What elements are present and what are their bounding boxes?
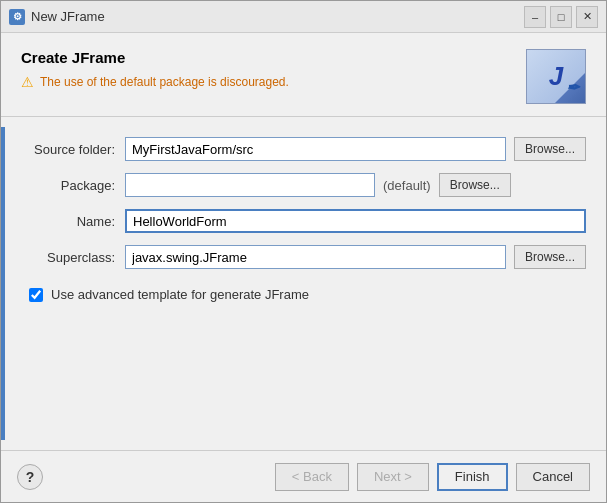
dialog-window: ⚙ New JFrame – □ ✕ Create JFrame ⚠ The u… [0,0,607,503]
window-title: New JFrame [31,9,105,24]
title-bar-left: ⚙ New JFrame [9,9,105,25]
superclass-input-group: Browse... [125,245,586,269]
source-folder-browse-button[interactable]: Browse... [514,137,586,161]
cancel-button[interactable]: Cancel [516,463,590,491]
dialog-header: Create JFrame ⚠ The use of the default p… [1,33,606,117]
next-button[interactable]: Next > [357,463,429,491]
dialog-logo: J ✒ [526,49,586,104]
source-folder-input-group: Browse... [125,137,586,161]
close-button[interactable]: ✕ [576,6,598,28]
superclass-input[interactable] [125,245,506,269]
back-button[interactable]: < Back [275,463,349,491]
package-hint: (default) [383,178,431,193]
dialog-content: Create JFrame ⚠ The use of the default p… [1,33,606,502]
footer-left: ? [17,464,43,490]
dialog-footer: ? < Back Next > Finish Cancel [1,450,606,502]
logo-letter: J [549,61,563,92]
package-input[interactable] [125,173,375,197]
minimize-button[interactable]: – [524,6,546,28]
title-bar: ⚙ New JFrame – □ ✕ [1,1,606,33]
advanced-template-label[interactable]: Use advanced template for generate JFram… [51,287,309,302]
checkbox-row: Use advanced template for generate JFram… [29,287,586,302]
superclass-row: Superclass: Browse... [25,245,586,269]
window-icon: ⚙ [9,9,25,25]
package-label: Package: [25,178,125,193]
package-input-group: (default) Browse... [125,173,586,197]
form-area: Source folder: Browse... Package: (defau… [5,117,606,450]
maximize-button[interactable]: □ [550,6,572,28]
superclass-browse-button[interactable]: Browse... [514,245,586,269]
source-folder-label: Source folder: [25,142,125,157]
superclass-label: Superclass: [25,250,125,265]
advanced-template-checkbox[interactable] [29,288,43,302]
help-button[interactable]: ? [17,464,43,490]
name-label: Name: [25,214,125,229]
warning-row: ⚠ The use of the default package is disc… [21,74,289,90]
main-body: Source folder: Browse... Package: (defau… [1,117,606,450]
header-text: Create JFrame ⚠ The use of the default p… [21,49,289,90]
name-input-group [125,209,586,233]
source-folder-input[interactable] [125,137,506,161]
finish-button[interactable]: Finish [437,463,508,491]
warning-text: The use of the default package is discou… [40,75,289,89]
dialog-title: Create JFrame [21,49,289,66]
footer-right: < Back Next > Finish Cancel [275,463,590,491]
package-row: Package: (default) Browse... [25,173,586,197]
logo-pen: ✒ [566,78,579,97]
source-folder-row: Source folder: Browse... [25,137,586,161]
name-row: Name: [25,209,586,233]
package-browse-button[interactable]: Browse... [439,173,511,197]
warning-icon: ⚠ [21,74,34,90]
window-controls: – □ ✕ [524,6,598,28]
name-input[interactable] [125,209,586,233]
